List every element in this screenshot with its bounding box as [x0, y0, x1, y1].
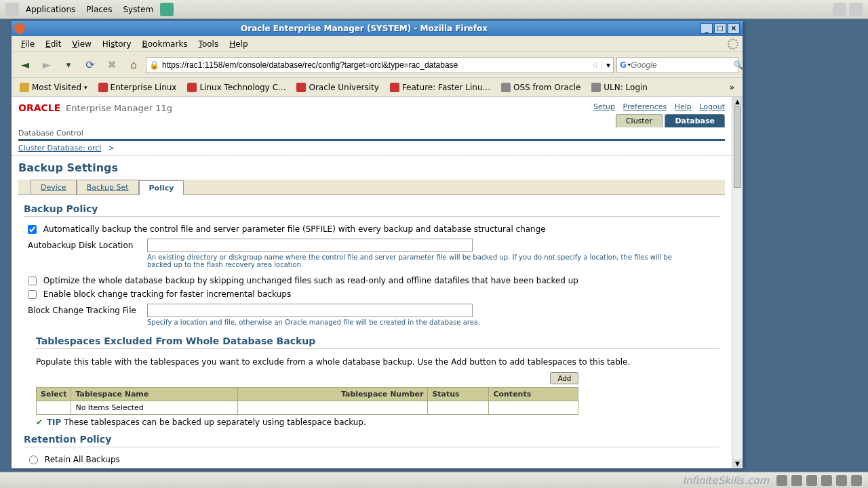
- label-auto-backup-spfile: Automatically backup the control file an…: [43, 224, 546, 234]
- bookmarks-toolbar: Most Visited▾ Enterprise Linux Linux Tec…: [12, 78, 743, 97]
- checkbox-auto-backup-spfile[interactable]: [28, 225, 37, 234]
- reload-button[interactable]: ⟳: [81, 56, 100, 75]
- search-input[interactable]: [631, 60, 733, 70]
- back-button[interactable]: ◄: [16, 56, 35, 75]
- watermark: InfiniteSkills.com: [683, 474, 770, 487]
- forward-button[interactable]: ►: [37, 56, 56, 75]
- checkbox-block-change-tracking[interactable]: [28, 290, 37, 299]
- tablespaces-table: Select Tablespace Name Tablespace Number…: [36, 387, 578, 415]
- tray-icon[interactable]: [776, 475, 787, 486]
- tip-text: These tablespaces can be backed up separ…: [64, 418, 366, 427]
- bookmark-oss[interactable]: OSS from Oracle: [497, 81, 585, 94]
- bookmark-linux-tech[interactable]: Linux Technology C...: [183, 81, 290, 94]
- menu-tools[interactable]: Tools: [193, 38, 224, 50]
- search-box[interactable]: G▾ 🔍: [616, 57, 738, 73]
- url-dropdown-icon[interactable]: ▾: [601, 60, 610, 70]
- breadcrumb-sep: >: [108, 144, 115, 152]
- hint-autobackup-location: An existing directory or diskgroup name …: [147, 253, 676, 274]
- bookmark-most-visited[interactable]: Most Visited▾: [16, 81, 92, 94]
- product-name: Enterprise Manager 11g: [66, 103, 172, 113]
- firefox-window: Oracle Enterprise Manager (SYSTEM) - Moz…: [11, 20, 743, 468]
- checkbox-optimize-backup[interactable]: [28, 277, 37, 285]
- home-button[interactable]: ⌂: [124, 56, 143, 75]
- url-bar[interactable]: 🔒 ☆ ▾: [146, 57, 614, 73]
- bookmark-uln[interactable]: ULN: Login: [587, 81, 652, 94]
- menubar: File Edit View History Bookmarks Tools H…: [12, 36, 743, 52]
- excluded-description: Populate this table with the tablespaces…: [36, 354, 719, 369]
- tray-icon[interactable]: [791, 475, 802, 486]
- add-tablespace-button[interactable]: Add: [550, 372, 578, 384]
- subtab-policy[interactable]: Policy: [139, 180, 184, 195]
- page-title: Backup Settings: [12, 156, 732, 177]
- bookmark-faster-linux[interactable]: Feature: Faster Linu...: [386, 81, 494, 94]
- link-setup[interactable]: Setup: [593, 102, 615, 111]
- breadcrumb-link[interactable]: Cluster Database: orcl: [18, 144, 101, 152]
- menu-history[interactable]: History: [97, 38, 137, 50]
- google-icon: G: [620, 60, 627, 70]
- window-maximize-button[interactable]: □: [714, 23, 726, 34]
- col-number: Tablespace Number: [238, 388, 428, 401]
- scroll-up-icon[interactable]: ▲: [732, 97, 743, 106]
- panel-places[interactable]: Places: [81, 2, 117, 17]
- scroll-down-icon[interactable]: ▼: [732, 459, 743, 468]
- col-name: Tablespace Name: [71, 388, 238, 401]
- input-autobackup-location[interactable]: [147, 239, 473, 252]
- network-icon[interactable]: [833, 3, 846, 16]
- subtab-backup-set[interactable]: Backup Set: [77, 180, 139, 195]
- panel-applications[interactable]: Applications: [20, 2, 81, 17]
- volume-icon[interactable]: [849, 3, 863, 16]
- col-status: Status: [428, 388, 489, 401]
- subtab-device[interactable]: Device: [31, 180, 77, 195]
- menu-view[interactable]: View: [66, 38, 96, 50]
- tray-icon[interactable]: [806, 475, 817, 486]
- site-icon: [187, 83, 197, 92]
- label-bct-file: Block Change Tracking File: [28, 304, 140, 315]
- window-titlebar: Oracle Enterprise Manager (SYSTEM) - Moz…: [12, 21, 743, 36]
- bookmark-star-icon[interactable]: ☆: [591, 60, 599, 70]
- panel-system[interactable]: System: [117, 2, 159, 17]
- tray-icon[interactable]: [821, 475, 832, 486]
- throbber-icon: [728, 39, 738, 49]
- tray-trash-icon[interactable]: [851, 475, 862, 486]
- url-input[interactable]: [162, 60, 589, 70]
- stop-button[interactable]: ✖: [102, 56, 121, 75]
- menu-file[interactable]: File: [16, 38, 40, 50]
- menu-help[interactable]: Help: [224, 38, 253, 50]
- site-icon: [390, 83, 399, 92]
- bookmark-enterprise-linux[interactable]: Enterprise Linux: [94, 81, 181, 94]
- window-title: Oracle Enterprise Manager (SYSTEM) - Moz…: [29, 24, 699, 33]
- vertical-scrollbar[interactable]: ▲ ▼: [732, 97, 743, 468]
- scrollbar-thumb[interactable]: [734, 106, 741, 188]
- globe-icon[interactable]: [160, 3, 174, 16]
- label-autobackup-location: Autobackup Disk Location: [28, 239, 140, 250]
- site-icon: [591, 83, 601, 92]
- col-contents: Contents: [489, 388, 578, 401]
- site-icon: [296, 83, 306, 92]
- link-logout[interactable]: Logout: [699, 102, 725, 111]
- window-close-button[interactable]: ×: [728, 23, 740, 34]
- header-links: Setup Preferences Help Logout Cluster Da…: [588, 102, 725, 127]
- lock-icon: 🔒: [149, 60, 159, 70]
- link-help[interactable]: Help: [675, 102, 692, 111]
- bookmark-oracle-univ[interactable]: Oracle University: [292, 81, 382, 94]
- section-backup-policy: Backup Policy: [24, 203, 719, 217]
- menu-edit[interactable]: Edit: [40, 38, 66, 50]
- tray-icon[interactable]: [836, 475, 847, 486]
- hint-bct-file: Specify a location and file, otherwise a…: [147, 319, 676, 331]
- recent-pages-dropdown[interactable]: ▼: [59, 56, 78, 75]
- search-go-icon[interactable]: 🔍: [733, 60, 743, 70]
- gnome-foot-icon[interactable]: [5, 3, 19, 16]
- window-minimize-button[interactable]: _: [701, 23, 713, 34]
- site-icon: [98, 83, 108, 92]
- subtabs: Device Backup Set Policy: [18, 180, 725, 195]
- site-icon: [501, 83, 511, 92]
- input-bct-file[interactable]: [147, 304, 473, 317]
- link-preferences[interactable]: Preferences: [623, 102, 667, 111]
- radio-retain-all[interactable]: [29, 455, 38, 464]
- bookmarks-overflow-icon[interactable]: »: [726, 81, 738, 94]
- tab-database[interactable]: Database: [665, 114, 725, 127]
- tab-cluster[interactable]: Cluster: [616, 114, 663, 127]
- menu-bookmarks[interactable]: Bookmarks: [137, 38, 193, 50]
- desktop-bottom-panel: InfiniteSkills.com: [0, 472, 868, 488]
- tip-label: TIP: [47, 418, 61, 427]
